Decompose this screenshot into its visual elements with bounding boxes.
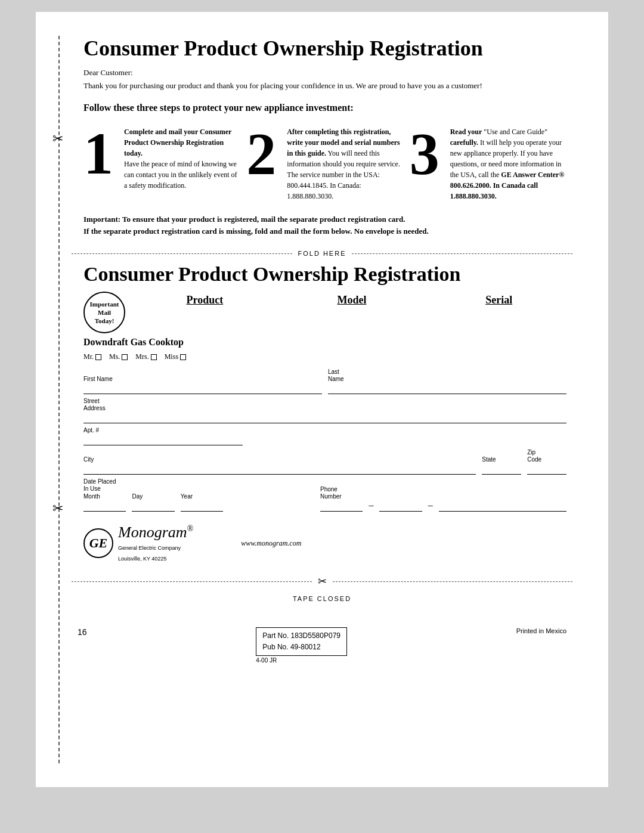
product-name: Downdraft Gas Cooktop: [83, 337, 572, 348]
page: ✂ Consumer Product Ownership Registratio…: [36, 12, 608, 787]
col-product-label: Product: [187, 294, 224, 306]
col-serial: Serial: [425, 294, 572, 306]
fold-here-text: FOLD HERE: [298, 250, 346, 257]
step-1-bold: Complete and mail your Consumer Product …: [124, 128, 231, 157]
salutation-miss: Miss: [165, 352, 186, 361]
trademark: ®: [187, 524, 194, 533]
month-field[interactable]: [83, 501, 126, 512]
website: www.monogram.com: [241, 539, 301, 548]
phone-prefix-field[interactable]: [379, 501, 422, 512]
month-group: Date PlacedIn Use Month: [83, 478, 126, 512]
step-3-carefully: carefully.: [450, 138, 478, 147]
month-label: Month: [83, 493, 126, 500]
day-group: Day: [132, 493, 174, 512]
ge-letters: GE: [89, 535, 108, 551]
salutation-mrs: Mrs.: [135, 352, 156, 361]
ms-label: Ms.: [109, 352, 120, 361]
zip-field[interactable]: [527, 464, 566, 475]
step-1-text: Complete and mail your Consumer Product …: [124, 124, 240, 202]
zip-label: ZipCode: [527, 449, 566, 463]
tape-line-left: [72, 581, 312, 582]
step-2: 2 After completing this registration, wr…: [246, 124, 409, 202]
important-notice-line1: Important: To ensure that your product i…: [83, 215, 405, 224]
col-model: Model: [278, 294, 426, 306]
part-info-area: Part No. 183D5580P079 Pub No. 49-80012 4…: [256, 627, 347, 664]
company-address: Louisville, KY 40225: [118, 556, 166, 562]
mr-label: Mr.: [83, 352, 94, 361]
lower-title: Consumer Product Ownership Registration: [83, 263, 572, 286]
city-field[interactable]: [83, 464, 476, 475]
state-label: State: [482, 456, 521, 463]
company-name: General Electric Company: [118, 545, 181, 551]
day-field[interactable]: [132, 501, 174, 512]
name-row: First Name LastName: [83, 368, 566, 394]
part-info-box: Part No. 183D5580P079 Pub No. 49-80012: [256, 627, 347, 656]
part-no: Part No. 183D5580P079: [262, 630, 340, 642]
city-state-zip-row: City State ZipCode: [83, 449, 566, 475]
step-3-number: 3: [410, 124, 445, 202]
bottom-section: 16 Part No. 183D5580P079 Pub No. 49-8001…: [72, 627, 572, 664]
city-label: City: [83, 456, 476, 463]
year-group: Year: [181, 493, 223, 512]
reg-header: Important Mail Today! Product Model Seri…: [83, 292, 572, 333]
step-3-read: Read your: [450, 128, 482, 136]
circle-line1: Important: [90, 300, 119, 308]
street-field[interactable]: [83, 413, 566, 423]
last-name-group: LastName: [328, 368, 566, 394]
miss-label: Miss: [165, 352, 178, 361]
salutation-mr: Mr.: [83, 352, 101, 361]
apt-row: Apt. #: [83, 427, 566, 445]
salutation-ms: Ms.: [109, 352, 128, 361]
col-serial-label: Serial: [485, 294, 512, 306]
phone-area-field[interactable]: [320, 501, 363, 512]
state-field[interactable]: [482, 464, 521, 475]
mr-checkbox[interactable]: [95, 354, 101, 360]
monogram-brand: Monogram® General Electric Company Louis…: [118, 524, 193, 563]
print-info: Printed in Mexico: [516, 627, 566, 634]
apt-label: Apt. #: [83, 427, 243, 434]
circle-line2: Mail: [98, 308, 111, 317]
last-name-field[interactable]: [328, 383, 566, 394]
first-name-label: First Name: [83, 376, 322, 383]
phone-dash2: –: [428, 500, 433, 512]
scissors-icon-mid: ✂: [52, 501, 63, 516]
step-1-number: 1: [83, 124, 119, 202]
first-name-group: First Name: [83, 376, 322, 394]
city-group: City: [83, 456, 476, 475]
dear-customer: Dear Customer:: [83, 68, 572, 78]
steps-container: 1 Complete and mail your Consumer Produc…: [83, 124, 572, 202]
phone-dash1: –: [369, 500, 373, 512]
ge-circle: GE: [83, 528, 113, 558]
main-title: Consumer Product Ownership Registration: [83, 36, 572, 61]
step-1: 1 Complete and mail your Consumer Produc…: [83, 124, 246, 202]
phone-number-field[interactable]: [439, 501, 566, 512]
phone-prefix-group: [379, 501, 422, 512]
step-2-bold: After completing this registration, writ…: [287, 128, 400, 157]
zip-group: ZipCode: [527, 449, 566, 475]
day-label: Day: [132, 493, 174, 500]
follow-heading: Follow these three steps to protect your…: [83, 103, 572, 113]
col-product: Product: [131, 294, 278, 306]
important-notice: Important: To ensure that your product i…: [83, 213, 572, 239]
street-group: StreetAddress: [83, 398, 566, 423]
reg-columns: Product Model Serial: [131, 292, 572, 306]
fold-line-left: [72, 253, 292, 254]
scissors-icon-top: ✂: [52, 131, 63, 147]
circle-line3: Today!: [95, 317, 114, 325]
lower-section: Consumer Product Ownership Registration …: [72, 263, 572, 615]
apt-field[interactable]: [83, 435, 243, 445]
mrs-checkbox[interactable]: [151, 354, 157, 360]
year-field[interactable]: [181, 501, 223, 512]
miss-checkbox[interactable]: [180, 354, 186, 360]
step-3-text: Read your "Use and Care Guide" carefully…: [450, 124, 566, 202]
tape-closed-container: TAPE CLOSED: [72, 593, 572, 603]
phone-group: PhoneNumber: [320, 486, 363, 512]
first-name-field[interactable]: [83, 383, 322, 394]
ms-checkbox[interactable]: [122, 354, 128, 360]
step-3-ge: GE Answer Center® 800.626.2000. In Canad…: [450, 171, 565, 200]
fold-divider: FOLD HERE: [72, 250, 572, 257]
important-circle: Important Mail Today!: [83, 292, 125, 333]
printed-text: Printed in Mexico: [516, 627, 566, 634]
ge-logo: GE Monogram® General Electric Company Lo…: [83, 524, 193, 563]
street-label: StreetAddress: [83, 398, 566, 412]
